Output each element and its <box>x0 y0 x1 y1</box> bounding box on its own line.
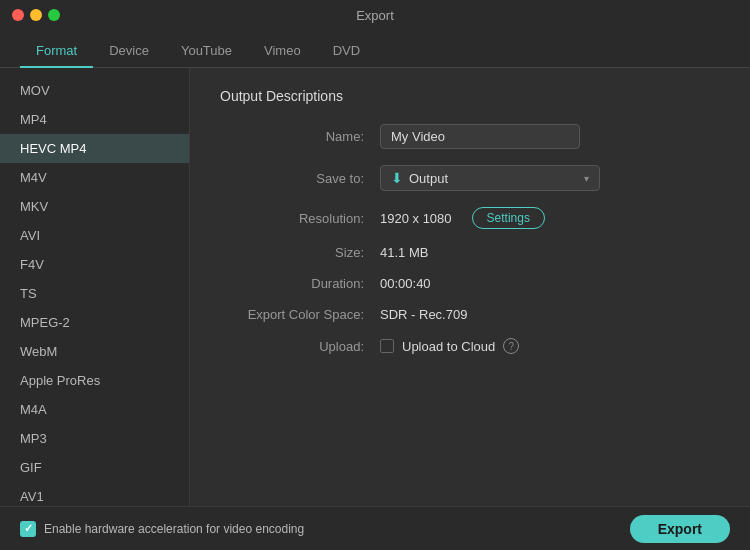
download-icon: ⬇ <box>391 170 403 186</box>
duration-row: Duration: 00:00:40 <box>220 276 720 291</box>
save-to-label: Save to: <box>220 171 380 186</box>
section-title: Output Descriptions <box>220 88 720 104</box>
save-to-dropdown[interactable]: ⬇ Output ▾ <box>380 165 600 191</box>
sidebar-item-ts[interactable]: TS <box>0 279 189 308</box>
window-controls <box>12 9 60 21</box>
color-space-value: SDR - Rec.709 <box>380 307 467 322</box>
sidebar-item-mpeg2[interactable]: MPEG-2 <box>0 308 189 337</box>
color-space-label: Export Color Space: <box>220 307 380 322</box>
sidebar-item-avi[interactable]: AVI <box>0 221 189 250</box>
close-button[interactable] <box>12 9 24 21</box>
tab-dvd[interactable]: DVD <box>317 35 376 68</box>
sidebar-item-m4a[interactable]: M4A <box>0 395 189 424</box>
upload-row: Upload: Upload to Cloud ? <box>220 338 720 354</box>
duration-label: Duration: <box>220 276 380 291</box>
sidebar-item-mkv[interactable]: MKV <box>0 192 189 221</box>
tab-format[interactable]: Format <box>20 35 93 68</box>
sidebar-item-f4v[interactable]: F4V <box>0 250 189 279</box>
save-to-row: Save to: ⬇ Output ▾ <box>220 165 720 191</box>
size-row: Size: 41.1 MB <box>220 245 720 260</box>
upload-label: Upload: <box>220 339 380 354</box>
sidebar-item-hevc-mp4[interactable]: HEVC MP4 <box>0 134 189 163</box>
format-sidebar: MOV MP4 HEVC MP4 M4V MKV AVI F4V TS MPEG… <box>0 68 190 506</box>
upload-cloud-checkbox[interactable] <box>380 339 394 353</box>
name-row: Name: <box>220 124 720 149</box>
tab-device[interactable]: Device <box>93 35 165 68</box>
sidebar-item-webm[interactable]: WebM <box>0 337 189 366</box>
title-bar: Export <box>0 0 750 30</box>
sidebar-item-gif[interactable]: GIF <box>0 453 189 482</box>
sidebar-item-m4v[interactable]: M4V <box>0 163 189 192</box>
sidebar-item-mov[interactable]: MOV <box>0 76 189 105</box>
tab-bar: Format Device YouTube Vimeo DVD <box>0 30 750 68</box>
size-label: Size: <box>220 245 380 260</box>
sidebar-item-mp3[interactable]: MP3 <box>0 424 189 453</box>
hw-accel-label: Enable hardware acceleration for video e… <box>44 522 304 536</box>
resolution-row: Resolution: 1920 x 1080 Settings <box>220 207 720 229</box>
output-descriptions-panel: Output Descriptions Name: Save to: ⬇ Out… <box>190 68 750 506</box>
tab-youtube[interactable]: YouTube <box>165 35 248 68</box>
settings-button[interactable]: Settings <box>472 207 545 229</box>
size-value: 41.1 MB <box>380 245 428 260</box>
tab-vimeo[interactable]: Vimeo <box>248 35 317 68</box>
maximize-button[interactable] <box>48 9 60 21</box>
save-to-value: Output <box>409 171 448 186</box>
sidebar-item-mp4[interactable]: MP4 <box>0 105 189 134</box>
resolution-label: Resolution: <box>220 211 380 226</box>
color-space-row: Export Color Space: SDR - Rec.709 <box>220 307 720 322</box>
upload-help-icon[interactable]: ? <box>503 338 519 354</box>
window-title: Export <box>356 8 394 23</box>
hw-accel-row: Enable hardware acceleration for video e… <box>20 521 304 537</box>
upload-cloud-label: Upload to Cloud <box>402 339 495 354</box>
bottom-bar: Enable hardware acceleration for video e… <box>0 506 750 550</box>
sidebar-item-av1[interactable]: AV1 <box>0 482 189 506</box>
chevron-down-icon: ▾ <box>584 173 589 184</box>
minimize-button[interactable] <box>30 9 42 21</box>
name-label: Name: <box>220 129 380 144</box>
upload-controls: Upload to Cloud ? <box>380 338 519 354</box>
duration-value: 00:00:40 <box>380 276 431 291</box>
export-button[interactable]: Export <box>630 515 730 543</box>
hw-accel-checkbox[interactable] <box>20 521 36 537</box>
sidebar-item-apple-prores[interactable]: Apple ProRes <box>0 366 189 395</box>
save-to-inner: ⬇ Output <box>391 170 448 186</box>
main-layout: MOV MP4 HEVC MP4 M4V MKV AVI F4V TS MPEG… <box>0 68 750 506</box>
resolution-value: 1920 x 1080 <box>380 211 452 226</box>
resolution-row-inner: 1920 x 1080 Settings <box>380 207 545 229</box>
name-input[interactable] <box>380 124 580 149</box>
